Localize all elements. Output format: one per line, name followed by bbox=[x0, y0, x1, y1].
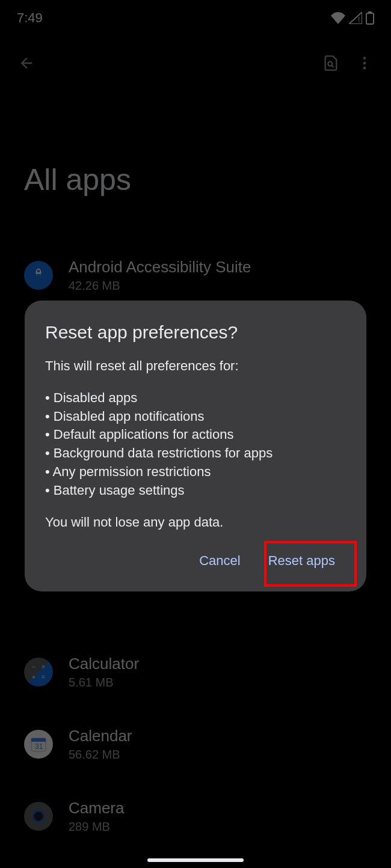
dialog-actions: Cancel Reset apps bbox=[45, 545, 346, 577]
reset-apps-button[interactable]: Reset apps bbox=[257, 545, 346, 577]
dialog-list-item: Default applications for actions bbox=[45, 426, 346, 444]
dialog-intro: This will reset all preferences for: bbox=[45, 357, 346, 376]
dialog-list-item: Any permission restrictions bbox=[45, 463, 346, 481]
nav-handle[interactable] bbox=[147, 858, 244, 862]
dialog-outro: You will not lose any app data. bbox=[45, 513, 346, 532]
dialog-list-item: Background data restrictions for apps bbox=[45, 444, 346, 463]
reset-preferences-dialog: Reset app preferences? This will reset a… bbox=[25, 301, 366, 591]
dialog-list: Disabled apps Disabled app notifications… bbox=[45, 389, 346, 500]
dialog-title: Reset app preferences? bbox=[45, 322, 346, 343]
dialog-list-item: Battery usage settings bbox=[45, 481, 346, 500]
dialog-list-item: Disabled apps bbox=[45, 389, 346, 408]
dialog-list-item: Disabled app notifications bbox=[45, 408, 346, 426]
dialog-body: This will reset all preferences for: Dis… bbox=[45, 357, 346, 531]
dialog-backdrop[interactable]: Reset app preferences? This will reset a… bbox=[0, 0, 391, 868]
cancel-button[interactable]: Cancel bbox=[188, 545, 251, 577]
